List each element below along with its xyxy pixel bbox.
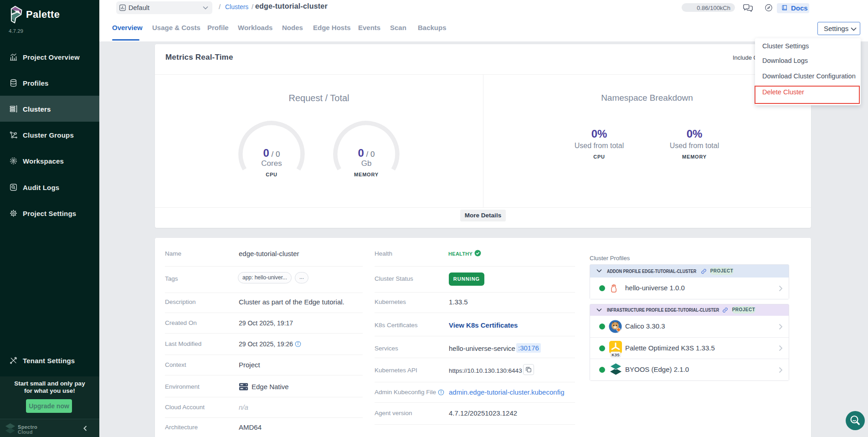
svg-text:K3S: K3S — [611, 353, 620, 357]
